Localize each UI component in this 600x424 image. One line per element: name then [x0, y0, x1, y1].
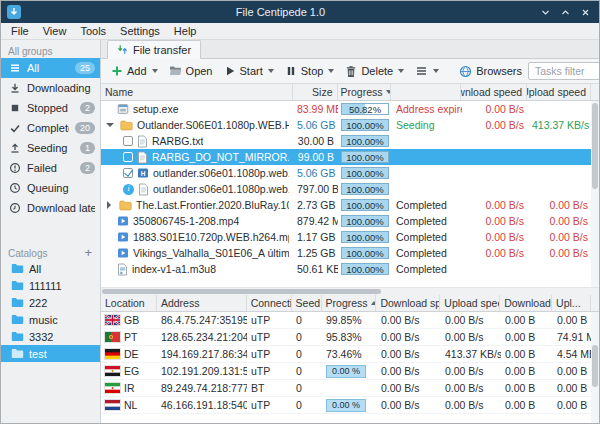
close-icon[interactable] — [580, 7, 591, 18]
sidebar-item-all[interactable]: All25 — [1, 58, 100, 78]
file-size: 2.73 GB — [293, 197, 338, 213]
catalog-item-test[interactable]: test — [1, 345, 100, 362]
transfer-row[interactable]: Outlander.S06E01.1080p.WEB.H264-CAKES[..… — [101, 117, 599, 133]
transfer-table-body: setup.exe 83.99 MB 50.82% Address expire… — [101, 101, 599, 287]
column-progress[interactable]: Progress — [338, 84, 392, 100]
transfer-row[interactable]: Houtlander.s06e01.1080p.web.h264-ca... 5… — [101, 165, 599, 181]
scrollbar-thumb[interactable] — [592, 103, 598, 189]
transfer-row[interactable]: RARBG.txt 30.00 B 100.00% — [101, 133, 599, 149]
transfer-row[interactable]: The.Last.Frontier.2020.BluRay.1080p.x264… — [101, 197, 599, 213]
transfer-row[interactable]: ioutlander.s06e01.1080p.web.h264-ca... 7… — [101, 181, 599, 197]
transfer-row[interactable]: Vikings_Valhalla_S01E06_A última filha d… — [101, 245, 599, 261]
peer-row[interactable]: PT 128.65.234.21:20406 uTP 0 95.83% 0.00… — [101, 329, 599, 346]
start-button[interactable]: Start — [219, 63, 279, 79]
dropdown-caret-icon — [268, 69, 274, 73]
scrollbar-thumb[interactable] — [102, 289, 381, 294]
column-connection[interactable]: Connection — [247, 295, 292, 311]
sidebar-item-completed[interactable]: Completed20 — [1, 118, 100, 138]
peer-upload-speed: 0.00 B/s — [441, 331, 501, 343]
menu-view[interactable]: View — [36, 25, 74, 37]
sidebar-item-download-later[interactable]: Download later — [1, 198, 100, 218]
stop-button[interactable]: Stop — [280, 63, 340, 79]
delete-button[interactable]: Delete — [340, 63, 409, 80]
catalogs-header: Catalogs + — [1, 242, 100, 260]
column-downloaded[interactable]: Downloaded — [500, 295, 552, 311]
header-corner — [591, 295, 599, 311]
catalog-item-music[interactable]: music — [1, 311, 100, 328]
sidebar-item-failed[interactable]: Failed2 — [1, 158, 100, 178]
peer-row[interactable]: GB 86.4.75.247:35195 uTP 0 99.85% 0.00 B… — [101, 312, 599, 329]
sidebar-item-seeding[interactable]: Seeding1 — [1, 138, 100, 158]
file-checkbox[interactable] — [123, 168, 133, 178]
file-size: 99.00 B — [293, 149, 338, 165]
peer-row[interactable]: IR 89.249.74.218:7775 BT 0 0.00 B/s 0.00… — [101, 380, 599, 397]
scrollbar-thumb[interactable] — [592, 345, 598, 387]
column-state[interactable] — [391, 84, 461, 100]
peer-connection: uTP — [247, 348, 292, 360]
file-name: Vikings_Valhalla_S01E06_A última filha d… — [133, 245, 289, 261]
add-catalog-button[interactable]: + — [84, 248, 93, 258]
file-checkbox[interactable] — [123, 152, 133, 162]
column-download-speed[interactable]: Download speed — [461, 84, 527, 100]
maximize-icon[interactable] — [560, 7, 571, 18]
column-peer-download-speed[interactable]: Download speed — [376, 295, 440, 311]
file-size: 30.00 B — [293, 133, 338, 149]
peer-address: 86.4.75.247:35195 — [157, 314, 247, 326]
tasks-filter-input[interactable] — [528, 62, 600, 80]
browsers-button[interactable]: Browsers — [454, 63, 527, 80]
peer-row[interactable]: DE 194.169.217.86:34776 uTP 0 73.46% 0.0… — [101, 346, 599, 363]
vertical-scrollbar[interactable] — [591, 312, 599, 423]
column-location[interactable]: Location — [101, 295, 157, 311]
transfer-row[interactable]: RARBG_DO_NOT_MIRROR.exe 99.00 B 100.00% — [101, 149, 599, 165]
progress-bar: 100.00% — [341, 215, 389, 227]
download-speed — [462, 261, 528, 277]
transfer-row[interactable]: 1883.S01E10.720p.WEB.h264.mp4 1.17 GB 10… — [101, 229, 599, 245]
horizontal-scrollbar[interactable] — [101, 287, 599, 295]
menu-button[interactable] — [410, 63, 444, 79]
file-checkbox[interactable] — [123, 136, 133, 146]
open-button[interactable]: Open — [164, 63, 218, 79]
peer-row[interactable]: EG 102.191.209.131:53982 uTP 0 0.00 % 0.… — [101, 363, 599, 380]
sidebar-item-queuing[interactable]: Queuing — [1, 178, 100, 198]
sidebar-item-downloading[interactable]: Downloading — [1, 78, 100, 98]
column-peer-upload-speed[interactable]: Upload speed — [440, 295, 500, 311]
add-button[interactable]: Add — [106, 63, 163, 79]
stop-icon — [9, 102, 21, 114]
task-state — [392, 165, 462, 181]
column-upload-speed[interactable]: Upload speed — [527, 84, 591, 100]
menu-help[interactable]: Help — [167, 25, 204, 37]
expander-icon[interactable] — [107, 201, 111, 209]
menu-settings[interactable]: Settings — [113, 25, 167, 37]
file-size: 5.06 GB — [293, 117, 338, 133]
transfer-row[interactable]: index-v1-a1.m3u8 50.61 KB 100.00% Comple… — [101, 261, 599, 277]
menu-file[interactable]: File — [4, 25, 36, 37]
column-uploaded[interactable]: Upl... — [552, 295, 591, 311]
catalog-item-3332[interactable]: 3332 — [1, 328, 100, 345]
count-badge: 1 — [80, 142, 95, 154]
peer-download-speed: 0.00 B/s — [377, 399, 441, 411]
column-peer-progress[interactable]: Progress — [322, 295, 377, 311]
minimize-icon[interactable] — [540, 7, 551, 18]
transfer-row[interactable]: setup.exe 83.99 MB 50.82% Address expire… — [101, 101, 599, 117]
globe-icon — [459, 65, 472, 78]
catalog-item-all[interactable]: All — [1, 260, 100, 277]
expander-icon[interactable] — [106, 123, 114, 127]
catalog-item-222[interactable]: 222 — [1, 294, 100, 311]
catalog-item-111111[interactable]: 111111 — [1, 277, 100, 294]
country-code: PT — [124, 331, 137, 343]
vertical-scrollbar[interactable] — [591, 101, 599, 287]
peer-uploaded: 4.54 MB — [553, 348, 592, 360]
tab-file-transfer[interactable]: File transfer — [107, 40, 201, 59]
sidebar-item-stopped[interactable]: Stopped2 — [1, 98, 100, 118]
peer-progress: 73.46% — [322, 348, 377, 360]
menu-tools[interactable]: Tools — [73, 25, 113, 37]
peer-address: 128.65.234.21:20406 — [157, 331, 247, 343]
dropdown-caret-icon — [433, 69, 439, 73]
dropdown-caret-icon — [398, 69, 404, 73]
column-size[interactable]: Size — [293, 84, 338, 100]
column-name[interactable]: Name — [101, 84, 293, 100]
peer-row[interactable]: NL 46.166.191.18:54077 uTP 0 0.00 % 0.00… — [101, 397, 599, 414]
transfer-row[interactable]: 350806745-1-208.mp4 879.42 MB 100.00% Co… — [101, 213, 599, 229]
column-address[interactable]: Address — [157, 295, 247, 311]
column-seed[interactable]: Seed — [292, 295, 322, 311]
